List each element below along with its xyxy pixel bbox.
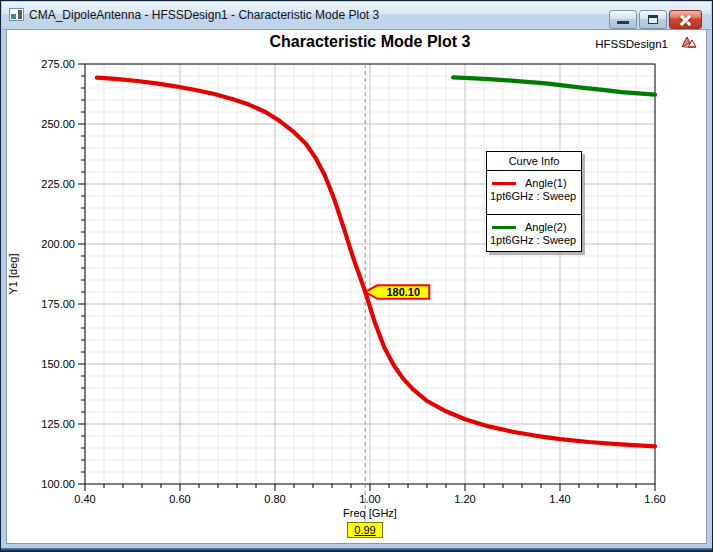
svg-text:150.00: 150.00 [41, 358, 75, 370]
svg-text:125.00: 125.00 [41, 418, 75, 430]
legend[interactable]: Curve Info Angle(1) 1pt6GHz : Sweep Angl… [486, 151, 582, 252]
angle2-sweep-label: 1pt6GHz : Sweep [487, 234, 581, 248]
angle1-label: Angle(1) [525, 177, 567, 189]
window-icon [9, 8, 24, 21]
legend-entry-angle2: Angle(2) 1pt6GHz : Sweep [487, 214, 581, 258]
svg-text:0.40: 0.40 [74, 493, 95, 505]
angle1-curve [97, 78, 655, 447]
window-icon-detail [11, 14, 16, 19]
svg-text:250.00: 250.00 [41, 118, 75, 130]
svg-text:1.00: 1.00 [359, 493, 380, 505]
window-icon-detail-bar [18, 10, 22, 19]
angle1-sweep-label: 1pt6GHz : Sweep [487, 190, 581, 204]
legend-entry-angle1: Angle(1) 1pt6GHz : Sweep [487, 171, 581, 214]
svg-text:200.00: 200.00 [41, 238, 75, 250]
angle2-line-sample [492, 226, 516, 229]
maximize-button[interactable] [639, 10, 667, 29]
y-marker-callout[interactable]: 180.10 [365, 285, 429, 299]
axis-ticks [78, 64, 655, 491]
minimize-button[interactable] [609, 10, 637, 29]
angle2-curve [453, 77, 655, 94]
svg-text:275.00: 275.00 [41, 58, 75, 70]
svg-text:100.00: 100.00 [41, 478, 75, 490]
plot-grid [85, 64, 655, 484]
maximize-icon [648, 15, 658, 24]
window-bottom-edge [1, 548, 712, 551]
window-title: CMA_DipoleAntenna - HFSSDesign1 - Charac… [29, 8, 379, 22]
report-area: Characteristic Mode Plot 3 HFSSDesign1 0… [1, 29, 713, 546]
svg-text:175.00: 175.00 [41, 298, 75, 310]
x-marker-label[interactable]: 0.99 [347, 522, 383, 538]
svg-text:0.80: 0.80 [264, 493, 285, 505]
angle2-label: Angle(2) [525, 221, 567, 233]
svg-text:225.00: 225.00 [41, 178, 75, 190]
y-axis-tick-labels: 100.00125.00150.00175.00200.00225.00250.… [41, 58, 75, 490]
svg-text:1.20: 1.20 [454, 493, 475, 505]
angle1-line-sample [492, 182, 516, 185]
svg-text:180.10: 180.10 [386, 286, 420, 298]
titlebar[interactable]: CMA_DipoleAntenna - HFSSDesign1 - Charac… [2, 2, 711, 30]
svg-text:1.60: 1.60 [644, 493, 665, 505]
minimize-icon [617, 21, 629, 24]
svg-text:1.40: 1.40 [549, 493, 570, 505]
x-axis-title: Freq [GHz] [343, 507, 397, 519]
plot-canvas[interactable]: 0.400.600.801.001.201.401.60100.00125.00… [1, 29, 713, 546]
plot-window: CMA_DipoleAntenna - HFSSDesign1 - Charac… [0, 0, 713, 552]
x-axis-tick-labels: 0.400.600.801.001.201.401.60 [74, 493, 665, 505]
close-button[interactable] [669, 10, 702, 29]
y-axis-title: Y1 [deg] [7, 254, 19, 295]
legend-header: Curve Info [487, 152, 581, 171]
svg-text:0.60: 0.60 [169, 493, 190, 505]
